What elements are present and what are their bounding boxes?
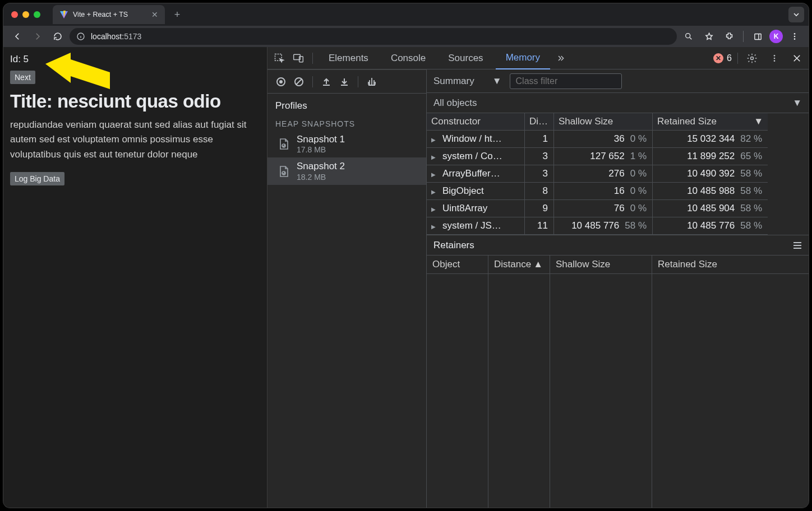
view-dropdown[interactable]: Summary ▼ (433, 76, 502, 87)
tab-title: Vite + React + TS (73, 11, 128, 18)
snapshot-item[interactable]: Snapshot 2 18.2 MB (267, 157, 426, 184)
heap-table: Constructor Di… Shallow Size Retained Si… (427, 113, 809, 235)
svg-point-13 (774, 55, 776, 57)
error-count-badge[interactable]: ✕ 6 (713, 53, 732, 63)
next-button[interactable]: Next (10, 71, 35, 84)
chevron-down-icon: ▼ (492, 76, 502, 87)
chevron-down-icon[interactable]: ▼ (792, 97, 802, 109)
col-shallow[interactable]: Shallow Size (554, 113, 653, 131)
site-info-icon[interactable] (76, 32, 85, 41)
class-filter-input[interactable] (510, 73, 622, 89)
profile-avatar[interactable]: K (769, 30, 783, 43)
upload-icon[interactable] (319, 74, 334, 90)
sort-desc-icon: ▼ (754, 116, 763, 127)
separator (743, 31, 744, 42)
close-devtools-icon[interactable] (788, 50, 805, 67)
tab-memory[interactable]: Memory (496, 47, 550, 69)
error-icon: ✕ (713, 53, 723, 63)
col-distance[interactable]: Di… (525, 113, 554, 131)
scope-dropdown[interactable]: All objects (433, 97, 477, 109)
snapshot-size: 17.8 MB (297, 145, 345, 154)
col-shallow[interactable]: Shallow Size (550, 256, 652, 273)
snapshot-item[interactable]: Snapshot 1 17.8 MB (267, 131, 426, 157)
zoom-icon[interactable] (680, 28, 697, 45)
svg-point-6 (794, 36, 796, 38)
svg-point-17 (279, 80, 283, 83)
more-tabs-icon[interactable] (552, 50, 569, 67)
error-count: 6 (727, 53, 732, 63)
minimize-window-button[interactable] (22, 11, 29, 18)
forward-button[interactable] (29, 28, 46, 45)
window-controls (8, 11, 45, 18)
vite-favicon-icon (59, 10, 68, 19)
tab-overflow-button[interactable] (788, 7, 804, 22)
memory-main: Summary ▼ All objects ▼ Constructor Di… … (427, 69, 809, 508)
extensions-icon[interactable] (721, 28, 737, 45)
snapshot-icon (278, 137, 290, 151)
download-icon[interactable] (336, 74, 352, 90)
retainers-header: Retainers (427, 235, 809, 256)
col-distance[interactable]: Distance▲ (488, 256, 550, 273)
inspect-element-icon[interactable] (271, 50, 288, 67)
memory-sidebar: Profiles HEAP SNAPSHOTS Snapshot 1 17.8 … (267, 69, 427, 508)
col-retained[interactable]: Retained Size (652, 256, 768, 273)
retainers-columns: Object Distance▲ Shallow Size Retained S… (427, 256, 809, 274)
svg-point-14 (774, 57, 776, 59)
back-button[interactable] (9, 28, 26, 45)
snapshot-name: Snapshot 2 (297, 161, 345, 172)
col-object[interactable]: Object (427, 256, 488, 273)
tab-elements[interactable]: Elements (319, 47, 379, 69)
heap-snapshots-label: HEAP SNAPSHOTS (267, 117, 426, 131)
table-row[interactable]: ArrayBuffer… (427, 165, 525, 183)
settings-icon[interactable] (744, 50, 760, 67)
browser-tab[interactable]: Vite + React + TS ✕ (53, 5, 165, 24)
close-tab-icon[interactable]: ✕ (151, 10, 158, 19)
table-row[interactable]: system / Co… (427, 148, 525, 165)
snapshot-size: 18.2 MB (297, 173, 345, 182)
device-toggle-icon[interactable] (290, 50, 307, 67)
address-bar[interactable]: localhost:5173 (70, 28, 677, 45)
devtools-menu-icon[interactable] (766, 50, 783, 67)
devtools-panel: Elements Console Sources Memory ✕ 6 (267, 47, 809, 508)
table-row[interactable]: system / JS… (427, 217, 525, 235)
retainers-body (427, 274, 809, 508)
table-row[interactable]: Uint8Array (427, 200, 525, 217)
garbage-collect-icon[interactable] (364, 74, 380, 90)
svg-point-5 (794, 33, 796, 35)
browser-menu-icon[interactable] (786, 28, 803, 45)
sort-asc-icon: ▲ (533, 259, 543, 270)
col-retained[interactable]: Retained Size▼ (653, 113, 768, 131)
page-viewport: Id: 5 Next Title: nesciunt quas odio rep… (3, 47, 267, 508)
page-title: Title: nesciunt quas odio (10, 91, 260, 112)
log-big-data-button[interactable]: Log Big Data (10, 172, 64, 185)
reload-button[interactable] (49, 28, 66, 45)
close-window-button[interactable] (11, 11, 18, 18)
memory-toolbar (267, 70, 426, 94)
col-constructor[interactable]: Constructor (427, 113, 525, 131)
svg-point-3 (686, 34, 690, 38)
devtools-tabbar: Elements Console Sources Memory ✕ 6 (267, 47, 809, 69)
svg-point-15 (774, 60, 776, 62)
record-icon[interactable] (273, 74, 289, 90)
retainers-menu-icon[interactable] (793, 241, 802, 249)
page-body-text: repudiandae veniam quaerat sunt sed alia… (10, 118, 257, 162)
table-row[interactable]: BigObject (427, 183, 525, 200)
table-row[interactable]: Window / ht… (427, 131, 525, 148)
url-text: localhost:5173 (91, 32, 141, 41)
profiles-label: Profiles (267, 100, 426, 117)
new-tab-button[interactable]: + (169, 7, 185, 22)
browser-tab-strip: Vite + React + TS ✕ + (3, 3, 809, 26)
bookmark-icon[interactable] (700, 28, 717, 45)
id-text: Id: 5 (10, 54, 260, 65)
browser-toolbar: localhost:5173 K (3, 26, 809, 47)
side-panel-icon[interactable] (749, 28, 766, 45)
svg-rect-4 (754, 34, 760, 39)
svg-point-12 (751, 57, 754, 59)
tab-console[interactable]: Console (381, 47, 436, 69)
maximize-window-button[interactable] (34, 11, 40, 18)
tab-sources[interactable]: Sources (438, 47, 493, 69)
clear-icon[interactable] (291, 74, 307, 90)
svg-point-7 (794, 38, 796, 40)
snapshot-icon (278, 165, 290, 178)
snapshot-name: Snapshot 1 (297, 134, 345, 145)
